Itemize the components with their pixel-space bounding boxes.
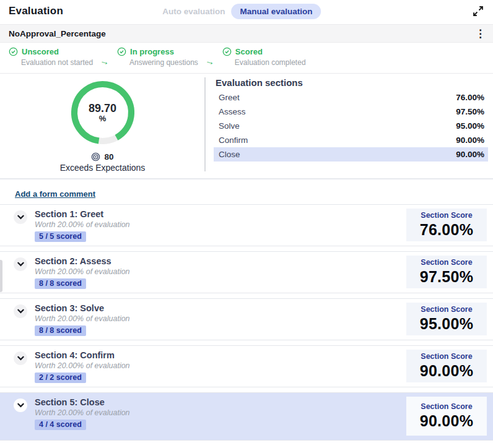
chevron-down-icon — [17, 309, 24, 314]
section-card-4[interactable]: Section 4: Confirm Worth 20.00% of evalu… — [0, 345, 493, 387]
form-name: NoApproval_Percentage — [9, 29, 106, 38]
gauge-unit: % — [99, 114, 107, 123]
section-score-box: Section Score 90.00% — [406, 350, 487, 382]
collapse-section-button[interactable] — [14, 257, 27, 271]
section-card-2[interactable]: Section 2: Assess Worth 20.00% of evalua… — [0, 251, 493, 293]
status-steps: Unscored Evaluation not started → In pro… — [0, 43, 493, 74]
page-title: Evaluation — [9, 5, 63, 17]
bullseye-icon — [91, 152, 100, 162]
gauge-value: 89.70 — [89, 103, 116, 114]
scored-count-badge: 8 / 8 scored — [35, 325, 86, 336]
section-card-1[interactable]: Section 1: Greet Worth 20.00% of evaluat… — [0, 204, 493, 246]
check-circle-icon — [222, 47, 232, 56]
kebab-menu-icon[interactable]: ⋮ — [475, 26, 486, 42]
summary-section-score: 90.00% — [456, 150, 484, 159]
summary-row-selected[interactable]: Close 90.00% — [214, 147, 488, 162]
scored-count-badge: 8 / 8 scored — [35, 278, 86, 289]
summary-section-score: 90.00% — [456, 136, 484, 145]
step-arrow-icon: → — [99, 54, 111, 67]
evaluation-sections-summary: Evaluation sections Greet 76.00% Assess … — [214, 77, 488, 162]
side-panel-handle[interactable] — [0, 260, 2, 292]
section-card-5-selected[interactable]: Section 5: Close Worth 20.00% of evaluat… — [0, 392, 493, 441]
step-arrow-icon: → — [204, 54, 217, 67]
summary-row[interactable]: Solve 95.00% — [214, 119, 488, 133]
section-score-box: Section Score 76.00% — [406, 209, 487, 241]
section-score-value: 90.00% — [420, 412, 474, 430]
check-circle-icon — [117, 47, 126, 56]
step-scored: Scored Evaluation completed — [222, 47, 306, 67]
chevron-down-icon — [17, 262, 24, 267]
scored-count-badge: 5 / 5 scored — [35, 231, 86, 242]
summary-row[interactable]: Assess 97.50% — [214, 105, 488, 119]
section-card-3[interactable]: Section 3: Solve Worth 20.00% of evaluat… — [0, 298, 493, 340]
summary-section-name: Confirm — [219, 136, 248, 145]
score-gauge: 89.70 % — [69, 79, 137, 147]
step-description: Evaluation completed — [235, 58, 306, 67]
evaluation-mode-tabs: Auto evaluation Manual evaluation — [162, 4, 321, 19]
step-label: Unscored — [22, 47, 59, 56]
section-score-value: 97.50% — [420, 268, 474, 286]
collapse-section-button[interactable] — [14, 210, 27, 224]
score-overview: 89.70 % 80 Exceeds Expectations Evaluati… — [0, 74, 493, 179]
scored-count-badge: 2 / 2 scored — [35, 373, 86, 383]
section-score-value: 90.00% — [420, 362, 474, 380]
section-score-box: Section Score 95.00% — [406, 303, 487, 335]
section-score-box: Section Score 90.00% — [406, 397, 487, 436]
step-description: Answering questions — [129, 58, 198, 67]
step-unscored: Unscored Evaluation not started — [9, 47, 93, 67]
target-row: 80 — [91, 152, 113, 162]
add-form-comment-link[interactable]: Add a form comment — [15, 189, 95, 199]
summary-section-name: Close — [219, 150, 240, 159]
summary-section-name: Assess — [219, 107, 246, 116]
summary-section-score: 76.00% — [456, 93, 484, 102]
step-label: Scored — [235, 47, 263, 56]
step-description: Evaluation not started — [21, 58, 93, 67]
section-score-label: Section Score — [421, 402, 472, 411]
collapse-section-button[interactable] — [14, 351, 27, 365]
check-circle-icon — [9, 47, 18, 56]
summary-section-score: 97.50% — [456, 107, 484, 116]
collapse-section-button[interactable] — [14, 304, 27, 318]
section-score-label: Section Score — [421, 258, 472, 267]
evaluation-header: Evaluation Auto evaluation Manual evalua… — [0, 0, 493, 22]
collapse-section-button[interactable] — [14, 398, 27, 412]
chevron-down-icon — [17, 403, 24, 408]
section-score-box: Section Score 97.50% — [406, 256, 487, 288]
step-in-progress: In progress Answering questions — [117, 47, 198, 67]
vertical-divider — [204, 77, 206, 171]
chevron-down-icon — [17, 356, 24, 361]
summary-section-name: Solve — [219, 121, 240, 131]
chevron-down-icon — [17, 215, 24, 220]
step-label: In progress — [130, 47, 174, 56]
target-value: 80 — [104, 152, 113, 162]
section-score-value: 95.00% — [420, 315, 474, 333]
summary-section-score: 95.00% — [456, 121, 484, 131]
gauge-panel: 89.70 % 80 Exceeds Expectations — [0, 74, 205, 178]
summary-heading: Evaluation sections — [214, 77, 488, 88]
section-cards: Section 1: Greet Worth 20.00% of evaluat… — [0, 204, 493, 441]
summary-row[interactable]: Confirm 90.00% — [214, 133, 488, 147]
comment-link-row: Add a form comment — [0, 179, 493, 204]
scored-count-badge: 4 / 4 scored — [35, 420, 86, 430]
rating-label: Exceeds Expectations — [60, 163, 146, 173]
section-score-label: Section Score — [421, 211, 472, 220]
summary-section-name: Greet — [219, 93, 240, 102]
summary-row[interactable]: Greet 76.00% — [214, 90, 488, 105]
form-bar: NoApproval_Percentage ⋮ — [0, 24, 493, 43]
section-score-value: 76.00% — [420, 221, 474, 239]
expand-icon[interactable] — [472, 5, 484, 17]
section-score-label: Section Score — [421, 305, 472, 314]
section-score-label: Section Score — [421, 352, 472, 361]
tab-auto-evaluation[interactable]: Auto evaluation — [162, 7, 225, 16]
tab-manual-evaluation[interactable]: Manual evaluation — [231, 4, 321, 19]
